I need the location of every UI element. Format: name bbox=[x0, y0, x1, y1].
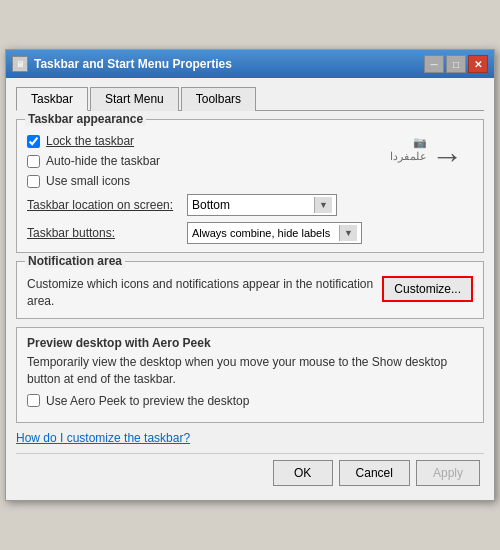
auto-hide-checkbox[interactable] bbox=[27, 155, 40, 168]
location-dropdown-value: Bottom bbox=[192, 198, 314, 212]
location-dropdown[interactable]: Bottom ▼ bbox=[187, 194, 337, 216]
window-icon: 🖥 bbox=[12, 56, 28, 72]
customize-button[interactable]: Customize... bbox=[382, 276, 473, 302]
main-window: 🖥 Taskbar and Start Menu Properties ─ □ … bbox=[5, 49, 495, 500]
bottom-buttons: OK Cancel Apply bbox=[16, 453, 484, 490]
small-icons-label: Use small icons bbox=[46, 174, 130, 188]
small-icons-row: Use small icons bbox=[27, 174, 473, 188]
location-label-text: Taskbar location on screen: bbox=[27, 198, 173, 212]
title-bar-left: 🖥 Taskbar and Start Menu Properties bbox=[12, 56, 232, 72]
lock-taskbar-checkbox[interactable] bbox=[27, 135, 40, 148]
buttons-dropdown-arrow: ▼ bbox=[339, 225, 357, 241]
location-label: Taskbar location on screen: bbox=[27, 198, 187, 212]
notification-section: Notification area Customize which icons … bbox=[16, 261, 484, 319]
title-buttons: ─ □ ✕ bbox=[424, 55, 488, 73]
watermark-arrow: → bbox=[431, 138, 463, 175]
tab-toolbars[interactable]: Toolbars bbox=[181, 87, 256, 111]
buttons-label-text: Taskbar buttons: bbox=[27, 226, 115, 240]
camera-icon: 📷 bbox=[413, 136, 427, 149]
help-link[interactable]: How do I customize the taskbar? bbox=[16, 431, 190, 445]
tab-taskbar[interactable]: Taskbar bbox=[16, 87, 88, 111]
close-button[interactable]: ✕ bbox=[468, 55, 488, 73]
lock-taskbar-label: Lock the taskbar bbox=[46, 134, 134, 148]
auto-hide-label: Auto-hide the taskbar bbox=[46, 154, 160, 168]
help-link-area: How do I customize the taskbar? bbox=[16, 431, 484, 445]
buttons-dropdown[interactable]: Always combine, hide labels ▼ bbox=[187, 222, 362, 244]
tab-bar: Taskbar Start Menu Toolbars bbox=[16, 86, 484, 111]
dialog-content: Taskbar Start Menu Toolbars Taskbar appe… bbox=[6, 78, 494, 499]
buttons-dropdown-value: Always combine, hide labels bbox=[192, 227, 339, 239]
aero-peek-row: Use Aero Peek to preview the desktop bbox=[27, 394, 473, 408]
aero-title: Preview desktop with Aero Peek bbox=[27, 336, 473, 350]
notification-title: Notification area bbox=[25, 254, 125, 268]
ok-button[interactable]: OK bbox=[273, 460, 333, 486]
taskbar-appearance-title: Taskbar appearance bbox=[25, 112, 146, 126]
notification-description: Customize which icons and notifications … bbox=[27, 276, 374, 310]
watermark: علمفردا → 📷 bbox=[390, 138, 463, 175]
aero-description: Temporarily view the desktop when you mo… bbox=[27, 354, 473, 388]
minimize-button[interactable]: ─ bbox=[424, 55, 444, 73]
aero-peek-label: Use Aero Peek to preview the desktop bbox=[46, 394, 249, 408]
small-icons-checkbox[interactable] bbox=[27, 175, 40, 188]
aero-peek-section: Preview desktop with Aero Peek Temporari… bbox=[16, 327, 484, 423]
location-row: Taskbar location on screen: Bottom ▼ bbox=[27, 194, 473, 216]
watermark-text: علمفردا bbox=[390, 150, 427, 163]
taskbar-appearance-section: Taskbar appearance علمفردا → 📷 Lock the … bbox=[16, 119, 484, 253]
buttons-label: Taskbar buttons: bbox=[27, 226, 187, 240]
aero-peek-checkbox[interactable] bbox=[27, 394, 40, 407]
title-bar: 🖥 Taskbar and Start Menu Properties ─ □ … bbox=[6, 50, 494, 78]
cancel-button[interactable]: Cancel bbox=[339, 460, 410, 486]
tab-start-menu[interactable]: Start Menu bbox=[90, 87, 179, 111]
location-dropdown-arrow: ▼ bbox=[314, 197, 332, 213]
window-title: Taskbar and Start Menu Properties bbox=[34, 57, 232, 71]
apply-button[interactable]: Apply bbox=[416, 460, 480, 486]
maximize-button[interactable]: □ bbox=[446, 55, 466, 73]
buttons-row: Taskbar buttons: Always combine, hide la… bbox=[27, 222, 473, 244]
